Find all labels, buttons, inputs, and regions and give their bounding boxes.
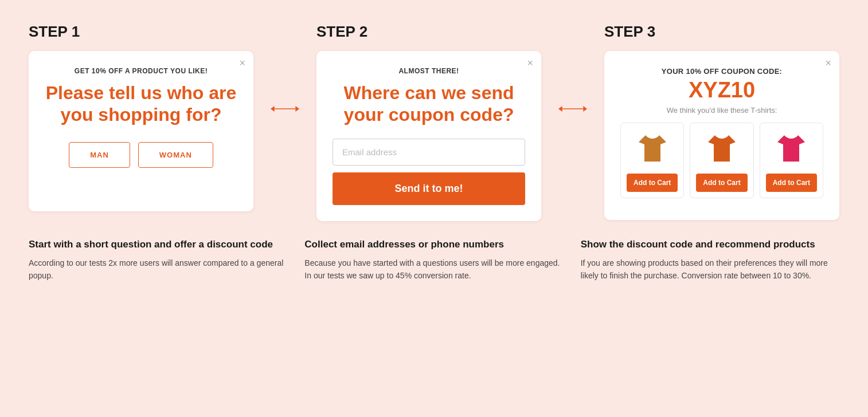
step-2-card: × ALMOST THERE! Where can we send your c… (316, 51, 541, 221)
step-1-label: STEP 1 (29, 23, 253, 41)
svg-marker-2 (271, 106, 275, 112)
step-1-close-button[interactable]: × (240, 58, 246, 68)
send-button[interactable]: Send it to me! (333, 172, 525, 205)
product-card-2: Add to Cart (690, 123, 753, 198)
svg-marker-1 (295, 106, 299, 112)
step-2-subtitle: ALMOST THERE! (333, 67, 525, 75)
product-card-3: Add to Cart (760, 123, 823, 198)
step-1-main-text: Please tell us who are you shopping for? (45, 82, 237, 126)
desc-2-body: Because you have started with a question… (304, 257, 563, 282)
arrow-1-2 (271, 23, 299, 115)
step-2-close-button[interactable]: × (527, 58, 534, 68)
man-button[interactable]: MAN (69, 142, 130, 168)
product-card-1: Add to Cart (620, 123, 684, 198)
desc-2-title: Collect email addresses or phone numbers (304, 238, 563, 251)
svg-marker-4 (583, 106, 587, 112)
desc-col-2: Collect email addresses or phone numbers… (304, 238, 563, 282)
step-3-close-button[interactable]: × (826, 58, 832, 68)
products-row: Add to Cart Add to Cart (620, 123, 823, 198)
product-image-1 (632, 129, 672, 169)
woman-button[interactable]: WOMAN (138, 142, 213, 168)
desc-col-3: Show the discount code and recommend pro… (581, 238, 839, 282)
desc-1-body: According to our tests 2x more users wil… (29, 257, 287, 282)
desc-col-1: Start with a short question and offer a … (29, 238, 287, 282)
step-1-subtitle: GET 10% OFF A PRODUCT YOU LIKE! (45, 67, 237, 75)
descriptions: Start with a short question and offer a … (29, 238, 839, 282)
product-image-3 (771, 129, 811, 169)
svg-marker-5 (558, 106, 562, 112)
desc-3-body: If you are showing products based on the… (581, 257, 839, 282)
desc-3-title: Show the discount code and recommend pro… (581, 238, 839, 251)
step-1-btn-group: MAN WOMAN (45, 142, 237, 168)
step-3-label: STEP 3 (604, 23, 839, 41)
step-1-col: STEP 1 × GET 10% OFF A PRODUCT YOU LIKE!… (29, 23, 253, 211)
add-to-cart-button-1[interactable]: Add to Cart (627, 174, 678, 192)
product-image-2 (702, 129, 742, 169)
coupon-code: XYZ10 (620, 78, 823, 103)
step-3-col: STEP 3 × YOUR 10% OFF COUPON CODE: XYZ10… (604, 23, 839, 220)
coupon-label: YOUR 10% OFF COUPON CODE: (620, 67, 823, 76)
step-3-card: × YOUR 10% OFF COUPON CODE: XYZ10 We thi… (604, 51, 839, 220)
arrow-2-3 (558, 23, 587, 115)
email-input[interactable] (333, 139, 525, 166)
rec-text: We think you'd like these T-shirts: (620, 106, 823, 115)
step-1-card: × GET 10% OFF A PRODUCT YOU LIKE! Please… (29, 51, 253, 211)
desc-1-title: Start with a short question and offer a … (29, 238, 287, 251)
step-2-col: STEP 2 × ALMOST THERE! Where can we send… (316, 23, 541, 221)
add-to-cart-button-3[interactable]: Add to Cart (766, 174, 817, 192)
step-2-main-text: Where can we send your coupon code? (333, 82, 525, 126)
step-2-label: STEP 2 (316, 23, 541, 41)
add-to-cart-button-2[interactable]: Add to Cart (696, 174, 747, 192)
